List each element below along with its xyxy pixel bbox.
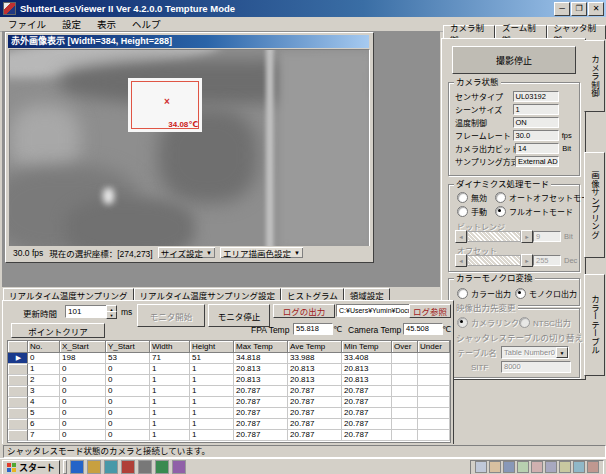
- tray-icon[interactable]: [573, 461, 585, 473]
- radio-icon[interactable]: [457, 206, 468, 217]
- tray-icon[interactable]: [545, 461, 557, 473]
- table-row[interactable]: 1 0 0 1 1 20.813 20.813 20.813: [8, 364, 450, 375]
- spinner-down-icon[interactable]: ▼: [106, 311, 117, 319]
- right-tab-strip: カメラ制御 ズーム制御 シャッタ制御: [443, 25, 606, 38]
- tray-icon[interactable]: [559, 461, 571, 473]
- start-button[interactable]: スタート: [2, 460, 60, 474]
- menu-help[interactable]: ヘルプ: [124, 17, 169, 31]
- tray-icon[interactable]: [517, 461, 529, 473]
- marker-cross-icon: ×: [164, 96, 170, 107]
- image-status-toolbar: 30.0 fps 現在の選択座標：[274,273] サイズ設定 ▼ エリア描画…: [9, 246, 370, 259]
- quick-launch-icon[interactable]: [87, 460, 101, 474]
- capture-stop-button[interactable]: 撮影停止: [452, 46, 576, 74]
- size-setting-button[interactable]: サイズ設定 ▼: [158, 247, 215, 258]
- table-row[interactable]: 2 0 0 1 1 20.813 20.813 20.813: [8, 375, 450, 386]
- update-time-label: 更新時間: [23, 307, 57, 319]
- sampling-table[interactable]: No. X_Start Y_Start Width Height Max Tem…: [7, 340, 451, 443]
- quick-launch-icon[interactable]: [70, 460, 84, 474]
- output-destination-title: 映像出力先変更: [454, 303, 518, 313]
- tray-icon[interactable]: [531, 461, 543, 473]
- area-color-setting-button[interactable]: エリア描画色設定 ▼: [220, 247, 303, 258]
- tray-icon[interactable]: [475, 461, 487, 473]
- radio-icon[interactable]: [519, 317, 530, 328]
- slider-track[interactable]: [467, 255, 521, 266]
- offset-slider[interactable]: ◄ ► 255 Dec: [455, 255, 577, 266]
- tray-icon[interactable]: [489, 461, 501, 473]
- camera-status-row: カメラ出力ビット 14 Bit: [455, 143, 577, 154]
- log-output-button[interactable]: ログの出力: [273, 304, 335, 318]
- log-path-field[interactable]: C:¥Users¥Yumin¥Documents¥Vi: [336, 304, 410, 317]
- radio-mono-output[interactable]: モノクロ出力: [515, 288, 577, 299]
- chevron-down-icon[interactable]: ▼: [556, 347, 568, 358]
- table-row[interactable]: 7 0 0 1 1 20.787 20.787 20.787: [8, 430, 450, 441]
- radio-disabled-mode[interactable]: 無効: [457, 192, 487, 203]
- update-time-input[interactable]: 101: [65, 305, 109, 318]
- radio-icon-selected[interactable]: [457, 317, 468, 328]
- header-gutter: [8, 341, 28, 353]
- slider-left-arrow-icon[interactable]: ◄: [455, 230, 467, 243]
- radio-ntsc-output[interactable]: NTSC出力: [519, 317, 571, 328]
- measurement-area-marker[interactable]: × 34.08℃: [128, 78, 202, 132]
- monitor-start-button[interactable]: モニタ開始: [137, 304, 205, 327]
- slider-left-arrow-icon[interactable]: ◄: [455, 254, 467, 267]
- dynamics-mode-group: ダイナミクス処理モード 無効 オートオフセットモード 手動 フルオートモード ビ…: [448, 184, 580, 272]
- tab-shutter-control[interactable]: シャッタ制御: [547, 25, 606, 39]
- log-reference-button[interactable]: ログ参照: [409, 304, 451, 318]
- camera-status-group: カメラ状態 センサタイプ UL03192 シーンサイズ 1 温度制御 ON フレ…: [448, 82, 580, 176]
- table-name-dropdown[interactable]: Table Number0 ▼: [501, 346, 569, 359]
- radio-icon-selected[interactable]: [495, 206, 506, 217]
- side-tab-camera-control[interactable]: カメラ制御: [584, 40, 605, 112]
- slider-right-arrow-icon[interactable]: ►: [521, 254, 533, 267]
- camera-temp-value: 45.508: [403, 323, 443, 335]
- thermal-image[interactable]: × 34.08℃: [9, 49, 370, 247]
- tray-icon[interactable]: [587, 461, 599, 473]
- quick-launch-icon[interactable]: [138, 460, 152, 474]
- tray-icon[interactable]: [503, 461, 515, 473]
- table-row[interactable]: ▶ 0 198 53 71 51 34.818 33.988 33.408: [8, 353, 450, 364]
- quick-launch-icon[interactable]: [155, 460, 169, 474]
- radio-icon[interactable]: [457, 192, 468, 203]
- radio-icon[interactable]: [495, 192, 506, 203]
- dynamics-mode-title: ダイナミクス処理モード: [454, 179, 551, 189]
- output-destination-group: 映像出力先変更 カメラリンク NTSC出力: [448, 308, 580, 334]
- radio-manual-mode[interactable]: 手動: [457, 206, 487, 217]
- menu-file[interactable]: ファイル: [0, 17, 54, 31]
- radio-auto-offset-mode[interactable]: オートオフセットモード: [495, 192, 597, 203]
- camera-status-row: サンプリング方式 External AD: [455, 156, 577, 167]
- application-window: ShutterLessViewer II Ver 4.2.0.0 Temptur…: [0, 0, 606, 474]
- radio-full-auto-mode[interactable]: フルオートモード: [495, 206, 573, 217]
- minimize-button[interactable]: ─: [554, 2, 570, 16]
- menu-view[interactable]: 表示: [89, 17, 124, 31]
- side-tab-image-sampling[interactable]: 画像サンプリング: [584, 152, 605, 258]
- table-row[interactable]: 4 0 0 1 1 20.787 20.787 20.787: [8, 397, 450, 408]
- side-tab-color-table[interactable]: カラーテーブル: [584, 274, 605, 376]
- sitf-value: 8000: [501, 361, 571, 373]
- table-row[interactable]: 6 0 0 1 1 20.787 20.787 20.787: [8, 419, 450, 430]
- monitor-stop-button[interactable]: モニタ停止: [208, 304, 270, 327]
- bit-range-slider[interactable]: ◄ ► 9 Bit: [455, 231, 573, 242]
- radio-icon[interactable]: [457, 288, 468, 299]
- status-bar: シャッタレスモード状態のカメラと接続しています。: [0, 444, 606, 458]
- quick-launch-icon[interactable]: [104, 460, 118, 474]
- radio-cameralink[interactable]: カメラリンク: [457, 317, 519, 328]
- quick-launch-icon[interactable]: [121, 460, 135, 474]
- slider-track[interactable]: [467, 231, 521, 242]
- menu-settings[interactable]: 設定: [54, 17, 89, 31]
- sitf-label: SITF: [471, 363, 488, 372]
- point-clear-button[interactable]: ポイントクリア: [11, 323, 105, 338]
- table-row[interactable]: 3 0 0 1 1 20.787 20.787 20.787: [8, 386, 450, 397]
- quick-launch-icon[interactable]: [172, 460, 186, 474]
- tab-zoom-control[interactable]: ズーム制御: [495, 25, 547, 39]
- shutterless-table-group: シャッタレステーブルの切り替え テーブル名 Table Number0 ▼ SI…: [448, 338, 580, 378]
- tab-camera-control[interactable]: カメラ制御: [443, 25, 495, 39]
- cursor-coordinates: 現在の選択座標：[274,273]: [49, 247, 152, 259]
- slider-right-arrow-icon[interactable]: ►: [521, 230, 533, 243]
- system-tray: [470, 460, 604, 474]
- radio-icon-selected[interactable]: [515, 288, 526, 299]
- camera-temp-label: Camera Temp: [348, 325, 401, 335]
- chevron-down-icon: ▼: [206, 250, 212, 256]
- maximize-button[interactable]: ❐: [571, 2, 587, 16]
- radio-color-output[interactable]: カラー出力: [457, 288, 511, 299]
- table-row[interactable]: 5 0 0 1 1 20.787 20.787 20.787: [8, 408, 450, 419]
- close-button[interactable]: ✕: [588, 2, 604, 16]
